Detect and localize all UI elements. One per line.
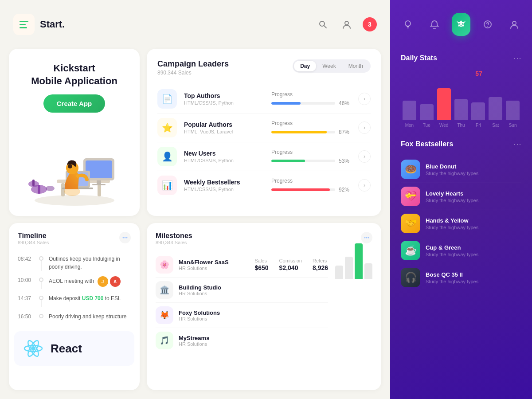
chart-day-3: Thu [457,123,465,128]
timeline-menu-btn[interactable] [119,232,131,243]
bestseller-item-1[interactable]: 💝 Lovely Hearts Study the highway types [401,183,521,210]
sidebar-nav-help[interactable] [478,15,497,34]
timeline-dot-1 [39,256,43,261]
ms-icon-1: 🌸 [156,256,173,274]
timeline-text-3: Make deposit USD 700 to ESL [49,294,131,307]
kickstart-illustration [20,127,129,207]
progress-pct-0: 46% [339,100,351,106]
chart-day-0: Mon [405,123,414,128]
milestone-row-4: 🎵 MyStreams HR Solutions [156,328,328,353]
kickstart-card: Kickstart Mobile Application Create App [9,49,140,216]
ms-sub-2: HR Solutions [179,291,328,296]
timeline-entry-3: 14:37 Make deposit USD 700 to ESL [18,292,131,310]
chart-bar-3 [454,99,468,120]
svg-rect-5 [38,185,40,194]
progress-bar-bg-2 [271,160,335,162]
milestones-content: 🌸 Man&Flower SaaS HR Solutions Sales $65… [156,252,372,353]
milestones-card: Milestones 890,344 Sales 🌸 Man&Flower Sa… [147,223,381,390]
svg-point-25 [126,237,128,239]
react-label: React [51,342,82,356]
bestseller-item-4[interactable]: 🎧 Bose QC 35 II Study the highway types [401,264,521,291]
notification-badge[interactable]: 3 [363,17,377,31]
milestones-subtitle: 890,344 Sales [156,240,192,245]
bs-sub-2: Study the highway types [426,225,478,230]
svg-rect-13 [97,180,101,184]
ms-name-4: MyStreams [179,335,328,341]
chart-bar-col-2: Wed [437,79,451,128]
bestseller-item-3[interactable]: ☕ Cup & Green Study the highway types [401,237,521,264]
progress-bar-bg-3 [271,188,335,191]
ms-refers-val: 8,926 [313,264,328,271]
bestseller-item-2[interactable]: 🤝 Hands & Yellow Study the highway types [401,210,521,237]
timeline-text-4: Poorly driving and keep structure [49,313,131,321]
sidebar-nav-user[interactable] [505,15,524,34]
bs-sub-3: Study the highway types [426,252,478,257]
arrow-btn-2[interactable]: › [358,150,371,163]
tab-month[interactable]: Month [342,61,369,71]
sidebar-nav-lightbulb[interactable] [399,15,417,34]
svg-point-23 [123,237,124,239]
timeline-title: Timeline [18,232,49,240]
daily-stats-menu[interactable]: ⋯ [513,53,521,63]
svg-point-38 [512,21,516,25]
campaign-row-1: ⭐ Popular Authors HTML, VueJS, Laravel P… [157,113,371,142]
progress-bar-fill-2 [271,160,305,162]
author-name-3: Weekly Bestsellers [184,179,264,186]
milestones-menu-btn[interactable] [361,232,372,243]
avatar-2: A [110,276,121,287]
chart-bar-col-1: Tue [420,79,434,128]
react-section: React [14,331,134,366]
sidebar-nav-fox[interactable] [452,15,470,34]
progress-bar-fill-3 [271,188,330,191]
bestsellers-section: Fox Bestsellers ⋯ 🍩 Blue Donut Study the… [390,135,532,399]
tab-day[interactable]: Day [294,61,316,71]
sidebar-nav-notification[interactable] [425,15,444,34]
author-name-2: New Users [184,150,264,157]
bestseller-item-0[interactable]: 🍩 Blue Donut Study the highway types [401,156,521,183]
milestone-row-3: 🦊 Foxy Solutions HR Solutions [156,303,328,328]
campaign-card: Campaign Leaders 890,344 Sales Day Week … [147,49,381,216]
svg-point-30 [364,237,366,239]
main-area: Start. 3 Kickstart [0,0,390,399]
progress-pct-1: 87% [339,129,351,135]
user-icon[interactable] [339,16,355,32]
create-app-button[interactable]: Create App [43,94,105,113]
progress-bar-wrap-3: 92% [271,187,351,193]
bs-info-2: Hands & Yellow Study the highway types [426,217,478,230]
milestones-list: 🌸 Man&Flower SaaS HR Solutions Sales $65… [156,252,328,353]
svg-rect-14 [92,184,106,185]
chart-bar-6 [506,101,520,120]
bs-info-4: Bose QC 35 II Study the highway types [426,271,478,284]
ms-refers: Refers 8,926 [313,258,328,271]
ms-icon-2: 🏛️ [156,281,173,299]
daily-stats-section: Daily Stats ⋯ 57 Mon Tue Wed Thu Fri Sat… [390,49,532,135]
bestsellers-list: 🍩 Blue Donut Study the highway types 💝 L… [401,156,521,291]
chart-bars: Mon Tue Wed Thu Fri Sat Sun [401,79,521,128]
ms-sales-val: $650 [254,264,268,271]
campaign-title: Campaign Leaders [157,59,229,69]
sidebar-nav [390,0,532,49]
milestone-row-2: 🏛️ Building Studio HR Solutions [156,278,328,303]
campaign-subtitle: 890,344 Sales [157,70,229,76]
logo-lines [20,21,28,28]
arrow-btn-1[interactable]: › [358,121,371,134]
kickstart-title: Kickstart Mobile Application [31,62,117,87]
chart-day-4: Fri [476,123,481,128]
chart-bar-0 [403,101,416,120]
timeline-text-2: AEOL meeting with J A [49,276,131,289]
tab-week[interactable]: Week [316,61,342,71]
svg-point-24 [125,237,126,239]
author-tags-1: HTML, VueJS, Laravel [184,129,264,134]
arrow-btn-0[interactable]: › [358,93,371,105]
arrow-btn-3[interactable]: › [358,179,371,192]
logo-line-3 [20,27,27,28]
content-grid: Kickstart Mobile Application Create App [0,49,390,399]
search-icon[interactable] [315,16,331,32]
bs-thumb-1: 💝 [401,187,420,206]
ms-sub-4: HR Solutions [179,341,328,347]
bestsellers-menu[interactable]: ⋯ [513,139,521,149]
chart-bar-col-0: Mon [403,79,416,128]
chart-bar-2 [437,88,451,120]
ms-sub-3: HR Solutions [179,316,328,321]
fox-icon-wrapper [452,13,470,36]
